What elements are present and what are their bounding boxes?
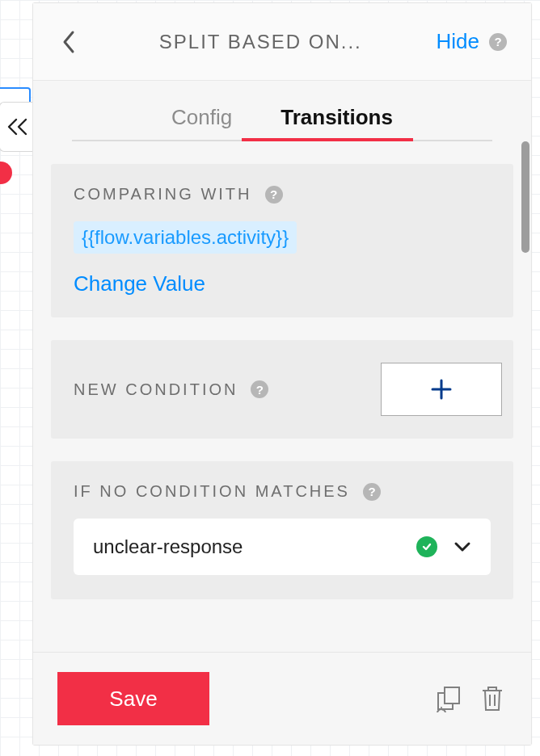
add-condition-button[interactable] — [381, 363, 502, 416]
back-button[interactable] — [53, 26, 85, 58]
help-icon[interactable]: ? — [363, 483, 381, 501]
help-icon[interactable]: ? — [251, 380, 268, 398]
delete-button[interactable] — [478, 684, 507, 713]
variable-chip[interactable]: {{flow.variables.activity}} — [74, 221, 297, 254]
tab-transitions[interactable]: Transitions — [281, 105, 393, 140]
help-icon[interactable]: ? — [489, 33, 507, 51]
comparing-card: COMPARING WITH ? {{flow.variables.activi… — [51, 164, 513, 317]
new-condition-card: NEW CONDITION ? — [51, 340, 513, 439]
duplicate-icon — [435, 685, 462, 712]
collapse-handle[interactable] — [0, 102, 35, 152]
save-button[interactable]: Save — [57, 672, 209, 725]
tab-config[interactable]: Config — [171, 105, 232, 140]
scroll-content: COMPARING WITH ? {{flow.variables.activi… — [33, 141, 531, 615]
new-condition-label: NEW CONDITION — [74, 380, 238, 399]
duplicate-button[interactable] — [434, 684, 463, 713]
panel-header: SPLIT BASED ON... Hide ? — [33, 3, 531, 81]
no-match-card: IF NO CONDITION MATCHES ? unclear-respon… — [51, 461, 513, 599]
select-indicators — [416, 536, 471, 557]
hide-group: Hide ? — [437, 29, 507, 54]
trash-icon — [480, 684, 504, 713]
tabs: Config Transitions — [33, 81, 531, 140]
select-value: unclear-response — [93, 536, 243, 558]
no-match-label: IF NO CONDITION MATCHES — [74, 482, 350, 501]
hide-link[interactable]: Hide — [437, 29, 479, 54]
scroll-area: COMPARING WITH ? {{flow.variables.activi… — [33, 141, 531, 652]
plus-icon — [429, 377, 454, 401]
chevron-down-icon — [454, 541, 471, 552]
scrollbar-thumb[interactable] — [521, 141, 529, 253]
chevrons-left-icon — [6, 117, 30, 136]
panel-title: SPLIT BASED ON... — [85, 31, 437, 53]
chevron-left-icon — [61, 30, 76, 54]
svg-rect-1 — [445, 687, 459, 704]
no-match-select[interactable]: unclear-response — [74, 519, 491, 575]
help-icon[interactable]: ? — [265, 186, 283, 204]
inspector-panel: SPLIT BASED ON... Hide ? Config Transiti… — [32, 2, 532, 746]
panel-footer: Save — [33, 652, 531, 745]
footer-actions — [434, 684, 507, 713]
check-circle-icon — [416, 536, 437, 557]
change-value-link[interactable]: Change Value — [74, 271, 491, 296]
comparing-label: COMPARING WITH — [74, 185, 252, 204]
